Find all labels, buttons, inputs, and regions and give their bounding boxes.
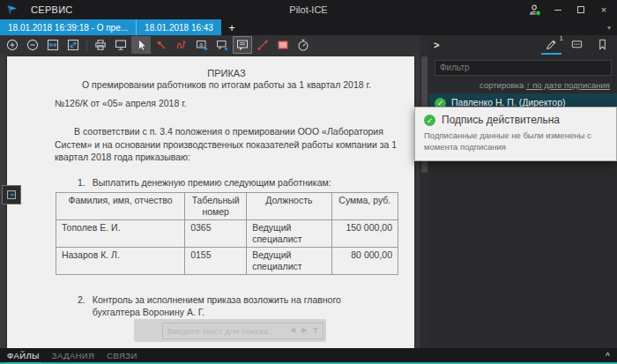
document-page: ПРИКАЗ О премировании работников по итог… [7,56,414,348]
bonus-table: Фамилия, имя, отчество Табельный номер Д… [56,192,398,275]
bottom-tab-links[interactable]: СВЯЗИ [107,349,137,362]
table-header-row: Фамилия, имя, отчество Табельный номер Д… [56,192,398,219]
list-number: 2. [78,293,85,318]
toolbar-separator [86,40,87,51]
sort-label: сортировка [479,80,524,90]
tab-comments[interactable] [569,36,584,54]
table-cell: 0365 [185,219,247,247]
svg-text:a: a [199,41,203,48]
arrow-annotation-icon[interactable] [152,36,171,54]
list-text: Выплатить денежную премию следующим рабо… [93,176,331,189]
document-tab-2[interactable]: 18.01.2018 16:43 [136,19,221,35]
table-header: Табельный номер [185,192,247,219]
menu-service[interactable]: СЕРВИС [31,4,73,15]
page-arrow-icon [5,189,18,201]
search-options-button[interactable]: T [313,327,318,335]
filter-field-wrap [435,58,612,76]
bottom-tab-files[interactable]: ФАЙЛЫ [7,349,40,362]
minimize-button[interactable] [548,2,568,18]
valid-check-icon: ✓ [424,115,435,126]
print-icon[interactable] [91,36,110,54]
sort-by-date-link[interactable]: ↑ по дате подписания [526,80,610,90]
close-icon: × [601,5,606,15]
search-box: ◀ ▶ T [162,323,323,339]
text-annotation-add-icon[interactable]: a [192,36,212,54]
app-logo-icon [5,4,19,17]
window-controls: × [525,2,617,18]
bottom-tab-bar: ФАЙЛЫ ЗАДАНИЯ СВЯЗИ ^ [0,348,617,364]
maximize-icon [577,6,584,13]
panel-header: > 1 [429,35,617,55]
table-row: Тополев Е. И. 0365 Ведущий специалист 15… [56,219,398,247]
measure-icon[interactable] [253,36,272,54]
freehand-annotation-icon[interactable] [172,36,191,54]
search-next-button[interactable]: ▶ [301,327,307,334]
select-cursor-icon[interactable] [131,36,151,54]
tooltip-body: Подписанные данные не были изменены с мо… [424,130,607,153]
comments-icon[interactable] [233,36,252,54]
list-number: 1. [78,176,85,189]
panel-expand-button[interactable]: ^ [606,351,610,360]
document-number-line: №126/К от «05» апреля 2018 г. [55,98,398,108]
document-title: ПРИКАЗ [55,68,398,78]
stopwatch-icon[interactable] [294,36,313,54]
tab-overflow-button[interactable]: ▾ [601,24,617,32]
document-list-item-1: 1. Выплатить денежную премию следующим р… [78,176,398,189]
table-cell: 0155 [185,247,247,274]
document-tab-bar: 18.01.2018 16:39:18 - О пре... 18.01.201… [0,19,617,35]
search-prev-button[interactable]: ◀ [290,327,295,334]
callout-add-icon[interactable] [212,36,232,54]
presentation-icon[interactable] [111,36,130,54]
bottom-tab-tasks[interactable]: ЗАДАНИЯ [52,349,95,362]
table-cell: 150 000,00 [331,219,398,247]
title-bar: СЕРВИС Pilot-ICE × [0,0,617,19]
search-input[interactable] [167,326,284,336]
list-text: Контроль за исполнением приказа возложит… [93,293,383,318]
fit-width-icon[interactable] [43,36,63,54]
table-header: Должность [247,192,331,219]
signer-name: Павленко Н. П. (Директор) [451,97,566,108]
minimize-icon [554,10,561,11]
signature-tooltip: ✓ Подпись действительна Подписанные данн… [414,107,617,161]
tooltip-title: Подпись действительна [442,114,560,126]
panel-tabs: 1 [544,36,610,54]
new-tab-button[interactable]: + [221,19,242,35]
document-list-item-2: 2. Контроль за исполнением приказа возло… [78,293,398,318]
table-cell: Тополев Е. И. [56,219,185,247]
table-cell: 80 000,00 [331,247,398,274]
area-highlight-icon[interactable] [273,36,293,54]
table-cell: Назаров К. Л. [56,247,185,274]
viewer-scrollbar[interactable] [420,35,429,348]
table-header: Фамилия, имя, отчество [56,192,185,219]
bookmark-icon [596,38,609,51]
tooltip-title-row: ✓ Подпись действительна [424,114,607,126]
table-row: Назаров К. Л. 0155 Ведущий специалист 80… [56,247,398,274]
comment-icon [570,38,584,51]
document-viewer[interactable]: ПРИКАЗ О премировании работников по итог… [0,55,420,348]
annotations-nav-toggle-button[interactable] [2,185,21,204]
maximize-button[interactable] [571,2,591,18]
main-content: a ПРИКАЗ О премировании работников по ит… [0,35,617,348]
document-tab-1[interactable]: 18.01.2018 16:39:18 - О пре... [0,19,136,35]
filter-input[interactable] [435,60,612,76]
fit-page-icon[interactable] [63,36,83,54]
panel-collapse-button[interactable]: > [434,40,439,50]
table-header: Сумма, руб. [331,192,398,219]
zoom-in-icon[interactable] [3,36,22,54]
signatures-count-badge: 1 [560,34,563,42]
document-subtitle: О премировании работников по итогам рабо… [55,79,398,90]
viewer-toolbar: a [0,35,420,55]
zoom-out-icon[interactable] [23,36,42,54]
table-cell: Ведущий специалист [247,247,331,274]
table-cell: Ведущий специалист [247,219,331,247]
signatures-panel: > 1 сортировка [429,35,617,348]
pilot-ice-window: СЕРВИС Pilot-ICE × 18.01.2018 16:39:18 -… [0,0,617,364]
sort-control: сортировка ↑ по дате подписания [429,78,617,93]
user-status-icon[interactable] [525,2,545,18]
close-button[interactable]: × [594,2,613,18]
document-paragraph: В соответствии с п. 3.4 положения о прем… [55,125,398,164]
viewer-column: a ПРИКАЗ О премировании работников по ит… [0,35,420,348]
window-title: Pilot-ICE [0,4,617,15]
tab-signatures[interactable]: 1 [544,36,559,54]
tab-bookmarks[interactable] [595,36,610,54]
